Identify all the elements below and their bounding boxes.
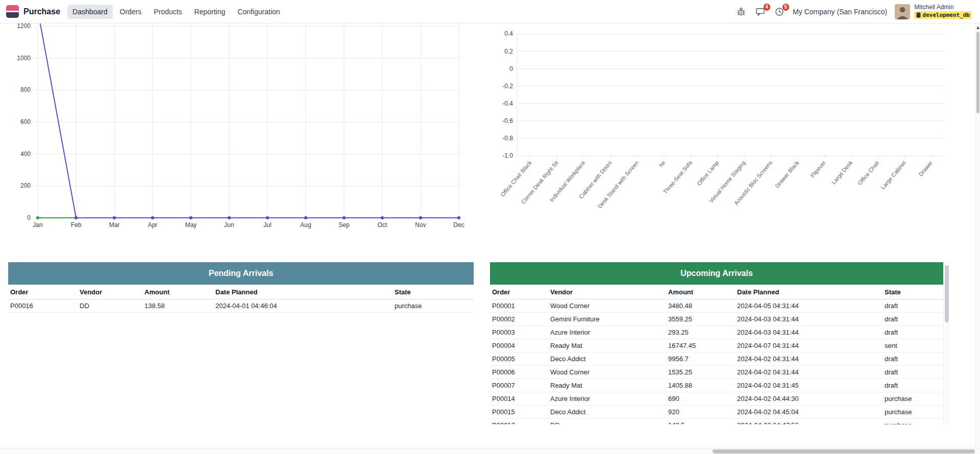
table-row[interactable]: P00014Azure Interior6902024-04-02 04:44:…	[490, 392, 943, 406]
table-row[interactable]: P00017DD140.52024-04-02 04:47:56purchase	[490, 419, 943, 425]
table-cell: sent	[883, 339, 943, 352]
svg-text:Mar: Mar	[109, 221, 120, 229]
table-cell: 9956.7	[666, 352, 735, 366]
table-row[interactable]: P00006Wood Corner1535.252024-04-02 04:31…	[490, 366, 943, 379]
page-vertical-scrollbar-track[interactable]	[975, 23, 980, 448]
table-row[interactable]: P00007Ready Mat1405.882024-04-02 04:31:4…	[490, 379, 943, 392]
svg-text:800: 800	[20, 86, 31, 93]
table-row[interactable]: P00001Wood Corner3480.482024-04-05 04:31…	[490, 299, 943, 313]
svg-text:0: 0	[27, 214, 31, 221]
table-cell: P00003	[490, 326, 548, 339]
table-row[interactable]: P00016DD138.582024-04-01 04:46:04purchas…	[8, 299, 474, 313]
table-cell: draft	[883, 379, 943, 392]
table-row[interactable]: P00005Deco Addict9956.72024-04-02 04:31:…	[490, 352, 943, 366]
menu-products[interactable]: Products	[149, 5, 187, 19]
svg-text:Dec: Dec	[453, 221, 464, 229]
svg-text:400: 400	[20, 150, 31, 158]
table-cell: Wood Corner	[548, 366, 666, 379]
table-cell: 2024-04-02 04:31:45	[735, 379, 883, 392]
pending-arrivals-card: Pending Arrivals Order Vendor Amount Dat…	[8, 262, 474, 424]
svg-text:Aug: Aug	[300, 221, 311, 229]
column-header-vendor: Vendor	[78, 285, 142, 299]
top-navbar: Purchase Dashboard Orders Products Repor…	[0, 0, 980, 23]
purchase-app-icon	[6, 5, 19, 18]
upcoming-arrivals-card: Upcoming Arrivals Order Vendor Amount Da…	[490, 262, 949, 424]
svg-text:200: 200	[20, 182, 31, 189]
svg-text:Large Cabinet: Large Cabinet	[879, 160, 907, 191]
database-icon	[916, 12, 921, 18]
menu-configuration[interactable]: Configuration	[232, 5, 285, 19]
svg-text:Jun: Jun	[224, 221, 234, 229]
pending-arrivals-table: Order Vendor Amount Date Planned State P…	[8, 285, 474, 313]
table-header-row: Order Vendor Amount Date Planned State	[8, 285, 474, 299]
column-header-state: State	[393, 285, 474, 299]
table-cell: 2024-04-02 04:45:04	[735, 406, 883, 419]
products-bar-chart[interactable]: 0.40.20-0.2-0.4-0.6-0.8-1.0Office Chair …	[498, 23, 960, 228]
table-cell: Deco Addict	[548, 352, 666, 366]
table-cell: Ready Mat	[548, 339, 666, 352]
scroll-up-arrow-icon[interactable]	[976, 26, 979, 29]
purchases-line-chart[interactable]: 020040060080010001200JanFebMarAprMayJunJ…	[5, 23, 470, 238]
svg-text:Nov: Nov	[415, 221, 426, 229]
menu-dashboard[interactable]: Dashboard	[67, 5, 113, 19]
column-header-date-planned: Date Planned	[735, 285, 883, 299]
table-header-row: Order Vendor Amount Date Planned State	[490, 285, 943, 299]
table-scrollbar-track[interactable]	[943, 262, 949, 424]
apps-home-button[interactable]: Purchase	[6, 5, 67, 18]
menu-orders[interactable]: Orders	[115, 5, 147, 19]
table-cell: 140.5	[666, 419, 735, 425]
svg-text:0.4: 0.4	[504, 30, 513, 37]
svg-text:Office Chair: Office Chair	[856, 159, 880, 186]
table-cell: P00004	[490, 339, 548, 352]
menu-reporting[interactable]: Reporting	[189, 5, 231, 19]
column-header-amount: Amount	[666, 285, 735, 299]
svg-text:Three-Seat Sofa: Three-Seat Sofa	[662, 159, 694, 195]
table-row[interactable]: P00002Gemini Furniture3559.252024-04-03 …	[490, 313, 943, 326]
table-cell: 2024-04-03 04:31:44	[735, 313, 883, 326]
column-header-order: Order	[490, 285, 548, 299]
table-cell: 2024-04-02 04:31:44	[735, 352, 883, 366]
table-cell: P00006	[490, 366, 548, 379]
messages-icon[interactable]: 4	[754, 6, 766, 17]
table-cell: 2024-04-02 04:44:30	[735, 392, 883, 406]
page-horizontal-scrollbar-thumb[interactable]	[713, 449, 975, 453]
table-cell: 1535.25	[666, 366, 735, 379]
svg-text:600: 600	[20, 118, 31, 125]
column-header-amount: Amount	[142, 285, 213, 299]
avatar	[895, 4, 910, 19]
page-vertical-scrollbar-thumb[interactable]	[976, 32, 979, 113]
debug-bug-icon[interactable]	[736, 6, 747, 17]
svg-text:-0.6: -0.6	[502, 117, 513, 124]
table-cell: 2024-04-01 04:46:04	[213, 299, 393, 313]
svg-text:0.2: 0.2	[504, 48, 513, 55]
svg-text:Drawer Black: Drawer Black	[774, 159, 800, 189]
table-cell: P00016	[8, 299, 78, 313]
table-cell: 293.25	[666, 326, 735, 339]
svg-text:-0.4: -0.4	[502, 100, 513, 107]
table-row[interactable]: P00015Deco Addict9202024-04-02 04:45:04p…	[490, 406, 943, 419]
table-cell: P00002	[490, 313, 548, 326]
company-switcher[interactable]: My Company (San Francisco)	[793, 8, 887, 16]
table-cell: draft	[883, 313, 943, 326]
table-cell: 690	[666, 392, 735, 406]
table-cell: P00017	[490, 419, 548, 425]
svg-text:he: he	[658, 160, 667, 168]
table-cell: 2024-04-02 04:31:44	[735, 366, 883, 379]
user-name: Mitchell Admin	[914, 4, 953, 11]
table-cell: purchase	[883, 406, 943, 419]
activities-clock-icon[interactable]: 5	[774, 6, 785, 17]
svg-text:1000: 1000	[17, 55, 31, 62]
table-cell: draft	[883, 326, 943, 339]
table-cell: 2024-04-05 04:31:44	[735, 299, 883, 313]
table-scrollbar-thumb[interactable]	[945, 265, 949, 322]
table-row[interactable]: P00004Ready Mat16747.452024-04-07 04:31:…	[490, 339, 943, 352]
table-cell: P00014	[490, 392, 548, 406]
page-horizontal-scrollbar-track[interactable]	[0, 448, 980, 454]
user-menu[interactable]: Mitchell Admin development_db	[895, 4, 972, 19]
table-cell: P00015	[490, 406, 548, 419]
svg-text:Oct: Oct	[378, 221, 387, 229]
table-cell: 3480.48	[666, 299, 735, 313]
table-row[interactable]: P00003Azure Interior293.252024-04-03 04:…	[490, 326, 943, 339]
table-cell: draft	[883, 352, 943, 366]
table-cell: P00005	[490, 352, 548, 366]
